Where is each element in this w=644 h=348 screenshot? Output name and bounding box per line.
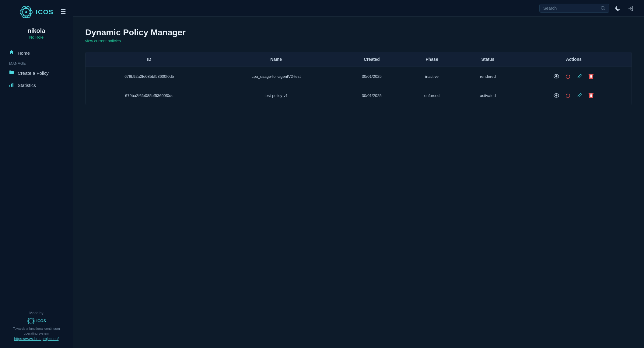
table-header-row: ID Name Created Phase Status Actions (86, 52, 632, 67)
cell-name: test-policy-v1 (213, 86, 339, 105)
footer-logo-icon (27, 318, 35, 324)
folder-icon (9, 70, 14, 76)
cell-created: 30/01/2025 (339, 67, 404, 86)
theme-toggle-button[interactable] (614, 4, 622, 12)
main-area: Dynamic Policy Manager view current poli… (73, 0, 644, 348)
user-name: nikola (28, 27, 45, 34)
sidebar-item-statistics-label: Statistics (18, 83, 36, 88)
svg-point-11 (601, 6, 604, 9)
svg-point-22 (556, 95, 557, 96)
footer-tagline: Towards a functional continuumoperating … (13, 326, 60, 336)
sidebar-item-home-label: Home (18, 50, 30, 56)
svg-point-15 (556, 75, 557, 77)
svg-point-10 (30, 321, 31, 322)
view-button[interactable] (552, 72, 561, 80)
cell-actions (516, 67, 632, 86)
logout-button[interactable] (626, 4, 635, 12)
sidebar-footer: Made by ICOS Towards a functional contin… (7, 310, 66, 342)
search-icon (600, 6, 605, 11)
actions-cell (522, 91, 626, 99)
col-created: Created (339, 52, 404, 67)
home-icon (9, 50, 14, 56)
footer-logo-text: ICOS (37, 318, 46, 324)
cell-status: activated (460, 86, 516, 105)
page-title: Dynamic Policy Manager (85, 28, 632, 37)
search-container (539, 4, 609, 13)
svg-point-3 (25, 11, 27, 13)
col-status: Status (460, 52, 516, 67)
manage-section-label: Manage (3, 59, 70, 67)
svg-rect-4 (9, 85, 10, 87)
cell-name: cpu_usage-for-agentV2-test (213, 67, 339, 86)
svg-rect-19 (590, 75, 591, 78)
view-current-policies-link[interactable]: view current policies (85, 39, 632, 43)
topbar (73, 0, 644, 17)
search-input[interactable] (543, 6, 598, 11)
hamburger-button[interactable]: ☰ (59, 7, 67, 16)
table-header: ID Name Created Phase Status Actions (86, 52, 632, 67)
user-role: No Role (28, 35, 45, 40)
cell-id: 679b92a2fe085bf53600f0db (86, 67, 213, 86)
svg-rect-27 (591, 94, 592, 97)
col-actions: Actions (516, 52, 632, 67)
icos-logo-icon (19, 5, 33, 19)
svg-rect-5 (11, 84, 12, 87)
statistics-icon (9, 82, 14, 88)
user-section: nikola No Role (28, 27, 45, 40)
sidebar-item-create-policy[interactable]: Create a Policy (3, 67, 70, 79)
svg-rect-26 (590, 94, 591, 97)
power-button[interactable] (563, 72, 572, 80)
cell-status: rendered (460, 67, 516, 86)
content-area: Dynamic Policy Manager view current poli… (73, 17, 644, 348)
footer-made-by: Made by (13, 310, 60, 316)
policy-table-wrapper: ID Name Created Phase Status Actions 679… (85, 52, 632, 105)
sidebar-item-statistics[interactable]: Statistics (3, 79, 70, 91)
power-button[interactable] (563, 91, 572, 99)
svg-rect-18 (591, 74, 592, 74)
cell-id: 679ba2f6fe085bf53600f0dc (86, 86, 213, 105)
edit-button[interactable] (575, 91, 584, 99)
svg-rect-6 (12, 83, 13, 87)
col-id: ID (86, 52, 213, 67)
footer-link[interactable]: https://www.icos-project.eu/ (14, 337, 58, 341)
svg-line-12 (604, 9, 605, 10)
delete-button[interactable] (586, 72, 596, 80)
table-row: 679b92a2fe085bf53600f0db cpu_usage-for-a… (86, 67, 632, 86)
sidebar-item-home[interactable]: Home (3, 47, 70, 59)
actions-cell (522, 72, 626, 80)
view-button[interactable] (552, 91, 561, 99)
col-name: Name (213, 52, 339, 67)
cell-actions (516, 86, 632, 105)
svg-rect-20 (591, 75, 592, 78)
sidebar: ICOS nikola No Role Home Manage Create a… (0, 0, 73, 348)
table-row: 679ba2f6fe085bf53600f0dc test-policy-v1 … (86, 86, 632, 105)
sidebar-item-create-policy-label: Create a Policy (18, 71, 49, 76)
footer-logo: ICOS (27, 318, 46, 324)
edit-button[interactable] (575, 72, 584, 80)
nav-section: Home Manage Create a Policy Statistics (0, 47, 73, 91)
cell-phase: inactive (404, 67, 460, 86)
svg-rect-16 (589, 74, 593, 79)
policy-table: ID Name Created Phase Status Actions 679… (86, 52, 632, 105)
table-body: 679b92a2fe085bf53600f0db cpu_usage-for-a… (86, 67, 632, 105)
cell-created: 30/01/2025 (339, 86, 404, 105)
logout-icon (628, 5, 634, 11)
col-phase: Phase (404, 52, 460, 67)
logo-text: ICOS (36, 8, 54, 16)
svg-rect-23 (589, 94, 593, 98)
delete-button[interactable] (586, 91, 596, 99)
moon-icon (615, 5, 621, 11)
svg-rect-25 (591, 93, 592, 94)
cell-phase: enforced (404, 86, 460, 105)
